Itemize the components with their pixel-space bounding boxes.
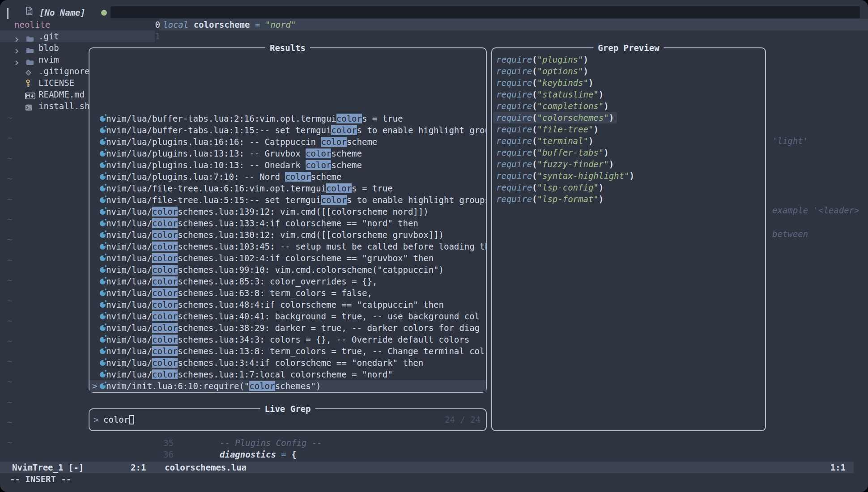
preview-token: require <box>496 78 532 88</box>
lua-icon <box>100 244 106 250</box>
result-row[interactable]: nvim/lua/colorschemes.lua:48:4:if colors… <box>89 299 486 310</box>
result-row[interactable]: nvim/lua/colorschemes.lua:139:12: vim.cm… <box>89 206 486 217</box>
tab-no-name[interactable]: [No Name] <box>39 7 85 19</box>
lua-icon <box>100 372 106 377</box>
preview-line: require("syntax-highlight") <box>493 170 638 182</box>
tilde: ~ <box>7 335 12 347</box>
result-row[interactable]: nvim/lua/colorschemes.lua:130:12: vim.cm… <box>89 229 486 241</box>
code-token <box>276 450 281 459</box>
preview-token: ) <box>609 113 614 123</box>
statusline-ruler-left: 2:1 <box>131 462 146 473</box>
result-row[interactable]: nvim/lua/colorschemes.lua:13:8: term_col… <box>89 345 486 357</box>
match-highlight: color <box>152 346 178 356</box>
code-token: = <box>281 450 286 459</box>
tree-item-label: LICENSE <box>38 77 74 89</box>
result-row[interactable]: nvim/lua/colorschemes.lua:85:3: color_ov… <box>89 276 486 287</box>
code-token: "nord" <box>265 20 296 30</box>
match-highlight: color <box>152 253 178 263</box>
result-row[interactable]: nvim/lua/colorschemes.lua:38:29: darker … <box>89 322 486 334</box>
terminal-icon <box>25 102 32 114</box>
preview-token: ( <box>532 136 537 146</box>
neovim-window: [No Name] neolite .gitblobnvim.gitignore… <box>0 0 868 492</box>
match-highlight: color <box>152 323 178 333</box>
terminal-cursor-bar <box>7 8 9 19</box>
preview-token: require <box>496 124 532 134</box>
tree-item-git[interactable]: .git <box>0 30 155 42</box>
statusline-ruler-right: 1:1 <box>830 462 846 473</box>
result-row[interactable]: nvim/lua/plugins.lua:13:13: -- Gruvbox c… <box>89 148 486 159</box>
preview-token: "options" <box>537 66 583 76</box>
tilde: ~ <box>7 173 12 184</box>
tilde: ~ <box>7 437 12 448</box>
preview-token: "completions" <box>537 101 604 111</box>
result-row[interactable]: nvim/lua/plugins.lua:16:16: -- Catppucci… <box>89 136 486 148</box>
preview-line: require("lsp-config") <box>493 182 607 193</box>
prompt-caret: > <box>94 409 98 430</box>
preview-line: require("file-tree") <box>493 123 602 135</box>
match-highlight: color <box>152 358 178 368</box>
preview-token: ) <box>599 182 604 192</box>
lua-icon <box>100 186 106 191</box>
result-text: nvim/lua/colorschemes.lua:99:10: vim.cmd… <box>106 265 444 275</box>
result-row[interactable]: nvim/lua/plugins.lua:7:10: -- Nord color… <box>89 171 486 182</box>
lua-icon <box>100 151 106 157</box>
match-highlight: color <box>152 276 178 286</box>
result-row[interactable]: nvim/lua/buffer-tabs.lua:2:16:vim.opt.te… <box>89 113 486 124</box>
preview-token: require <box>496 182 532 192</box>
result-row[interactable]: nvim/lua/colorschemes.lua:40:41: backgro… <box>89 310 486 322</box>
result-text: nvim/lua/colorschemes.lua:40:41: backgro… <box>106 311 480 321</box>
result-text: nvim/init.lua:6:10:require("colorschemes… <box>106 381 321 391</box>
lua-icon <box>100 337 106 343</box>
preview-line: require("statusline") <box>493 89 607 100</box>
live-grep-prompt-panel[interactable]: Live Grep > color 24 / 24 <box>89 408 487 431</box>
tilde: ~ <box>7 254 12 266</box>
result-row[interactable]: nvim/lua/colorschemes.lua:103:45: -- set… <box>89 241 486 252</box>
preview-line: require("buffer-tabs") <box>493 147 612 158</box>
code-line: -- Plugins Config -- <box>220 437 322 449</box>
result-row[interactable]: nvim/lua/colorschemes.lua:63:8: term_col… <box>89 287 486 299</box>
preview-token: ) <box>609 159 614 169</box>
result-row[interactable]: nvim/lua/colorschemes.lua:1:7:local colo… <box>89 369 486 380</box>
lua-icon <box>100 325 106 331</box>
result-text: nvim/lua/plugins.lua:13:13: -- Gruvbox c… <box>106 148 362 158</box>
code-line[interactable]: local colorscheme = "nord" <box>163 19 296 30</box>
code-token <box>260 20 265 30</box>
preview-line: require("terminal") <box>493 135 596 147</box>
preview-token: ( <box>532 66 537 76</box>
match-highlight: color <box>321 195 346 205</box>
preview-line: require("plugins") <box>493 54 591 65</box>
grep-preview-panel: Grep Preview require("plugins")require("… <box>491 47 766 431</box>
preview-token: require <box>496 66 532 76</box>
result-row[interactable]: nvim/lua/colorschemes.lua:102:4:if color… <box>89 252 486 264</box>
result-row[interactable]: nvim/lua/buffer-tabs.lua:1:15:-- set ter… <box>89 124 486 136</box>
lua-icon <box>100 290 106 296</box>
match-highlight: color <box>285 172 311 182</box>
background-code-text: 'light' <box>772 135 808 147</box>
search-input[interactable]: color <box>103 409 129 430</box>
preview-line: require("options") <box>493 65 591 77</box>
result-row[interactable]: >nvim/init.lua:6:10:require("colorscheme… <box>89 380 486 392</box>
tilde: ~ <box>7 193 12 205</box>
file-icon <box>26 7 33 17</box>
lua-icon <box>100 267 106 273</box>
result-counter: 24 / 24 <box>445 409 481 430</box>
result-row[interactable]: nvim/lua/file-tree.lua:6:16:vim.opt.term… <box>89 182 486 194</box>
preview-token: ( <box>532 78 537 88</box>
tilde: ~ <box>7 213 12 225</box>
preview-line: require("lsp-format") <box>493 193 607 205</box>
result-row[interactable]: nvim/lua/colorschemes.lua:99:10: vim.cmd… <box>89 264 486 276</box>
preview-code: require("plugins")require("options")requ… <box>493 54 764 205</box>
result-text: nvim/lua/colorschemes.lua:130:12: vim.cm… <box>106 230 444 240</box>
result-row[interactable]: nvim/lua/plugins.lua:10:13: -- Onedark c… <box>89 159 486 171</box>
result-row[interactable]: nvim/lua/colorschemes.lua:3:4:if colorsc… <box>89 357 486 369</box>
result-row[interactable]: nvim/lua/file-tree.lua:5:15:-- set termg… <box>89 194 486 206</box>
tilde: ~ <box>7 315 12 327</box>
preview-token: ) <box>629 171 634 181</box>
result-text: nvim/lua/colorschemes.lua:63:8: term_col… <box>106 288 372 298</box>
preview-token: "terminal" <box>537 136 588 146</box>
tilde: ~ <box>7 356 12 367</box>
result-row[interactable]: nvim/lua/colorschemes.lua:34:3: colors =… <box>89 334 486 345</box>
preview-token: ( <box>532 101 537 111</box>
result-row[interactable]: nvim/lua/colorschemes.lua:133:4:if color… <box>89 217 486 229</box>
preview-token: require <box>496 194 532 204</box>
